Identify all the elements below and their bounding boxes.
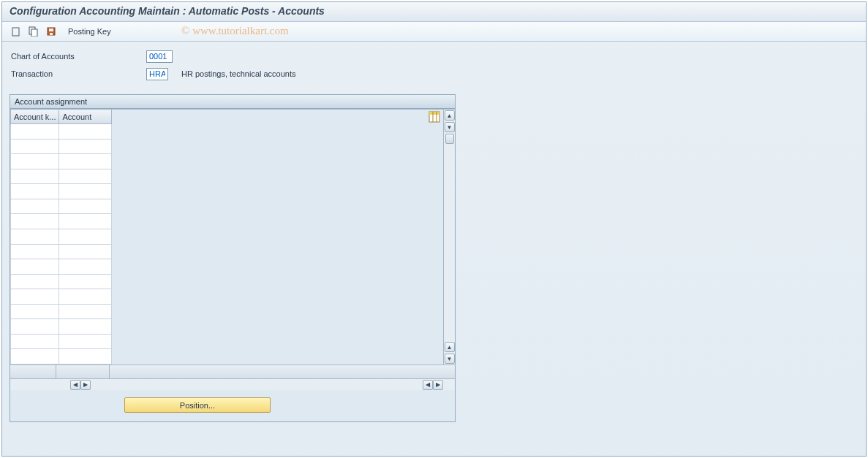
chart-of-accounts-input[interactable] (146, 50, 173, 63)
table-row[interactable] (11, 289, 112, 305)
new-entry-icon[interactable] (10, 25, 23, 38)
table-row[interactable] (11, 304, 112, 319)
table-settings-icon[interactable] (429, 111, 440, 123)
form-area: Chart of Accounts Transaction HR posting… (2, 42, 866, 88)
panel-title: Account assignment (10, 95, 455, 109)
grid-spacer (112, 109, 443, 365)
scroll-down-bottom-icon[interactable]: ▼ (445, 354, 455, 364)
table-row[interactable] (11, 169, 112, 184)
table-row[interactable] (11, 319, 112, 335)
toolbar: Posting Key (2, 22, 866, 42)
table-row[interactable] (11, 214, 112, 229)
table-row[interactable] (11, 244, 112, 259)
posting-key-button[interactable]: Posting Key (65, 26, 114, 37)
table-row[interactable] (11, 184, 112, 199)
table-row[interactable] (11, 349, 112, 365)
account-grid[interactable]: Account k... Account (10, 109, 112, 365)
svg-rect-5 (50, 33, 53, 35)
transaction-input[interactable] (146, 68, 168, 80)
scroll-left-end-icon[interactable]: ◀ (423, 380, 433, 390)
svg-rect-2 (31, 29, 37, 37)
table-row[interactable] (11, 229, 112, 244)
table-row[interactable] (11, 199, 112, 214)
col-header-account-key[interactable]: Account k... (11, 110, 59, 124)
table-row[interactable] (11, 124, 112, 140)
chart-of-accounts-label: Chart of Accounts (11, 52, 146, 61)
svg-rect-7 (429, 112, 439, 115)
scroll-left-icon[interactable]: ◀ (70, 380, 80, 390)
grid-footer-row (10, 365, 455, 378)
svg-rect-4 (49, 28, 53, 31)
horizontal-scrollbar[interactable]: ◀ ▶ ◀ ▶ (10, 378, 455, 390)
copy-icon[interactable] (27, 25, 40, 38)
scroll-up-bottom-icon[interactable]: ▲ (445, 342, 455, 352)
scroll-down-icon[interactable]: ▼ (445, 122, 455, 132)
transaction-label: Transaction (11, 69, 146, 78)
col-header-account[interactable]: Account (59, 110, 112, 124)
scroll-thumb[interactable] (445, 134, 454, 144)
svg-rect-0 (12, 28, 19, 36)
account-assignment-panel: Account assignment Account k... Account (10, 94, 456, 422)
page-title: Configuration Accounting Maintain : Auto… (10, 5, 858, 17)
title-bar: Configuration Accounting Maintain : Auto… (2, 2, 866, 22)
table-row[interactable] (11, 139, 112, 154)
transaction-desc: HR postings, technical accounts (181, 69, 296, 78)
vertical-scrollbar[interactable]: ▲ ▼ ▲ ▼ (443, 109, 455, 365)
table-row[interactable] (11, 274, 112, 289)
scroll-right-icon[interactable]: ▶ (80, 380, 91, 390)
table-row[interactable] (11, 259, 112, 275)
table-row[interactable] (11, 154, 112, 169)
scroll-right-end-icon[interactable]: ▶ (433, 380, 443, 390)
scroll-up-icon[interactable]: ▲ (445, 110, 455, 121)
position-button[interactable]: Position... (124, 397, 271, 413)
table-row[interactable] (11, 334, 112, 349)
save-icon[interactable] (45, 25, 58, 38)
